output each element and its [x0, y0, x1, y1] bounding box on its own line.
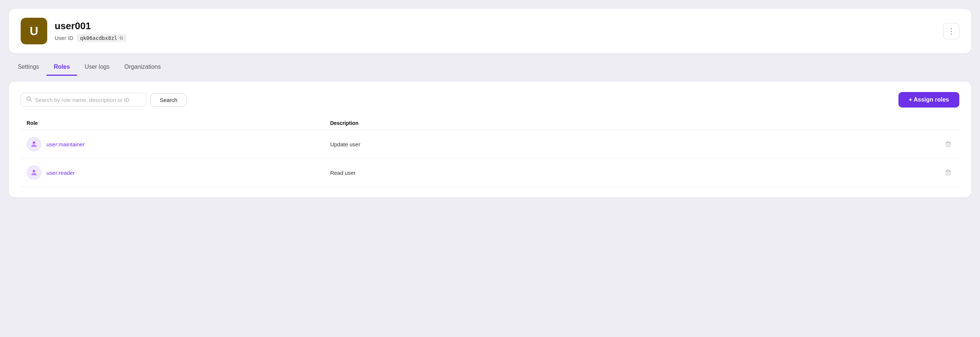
search-icon [26, 96, 32, 104]
user-card: U user001 User ID qk06acdbx8zl ⧉ ⋮ [9, 9, 971, 53]
column-description: Description [330, 120, 937, 126]
tab-roles[interactable]: Roles [46, 59, 78, 76]
role-avatar-reader [27, 165, 41, 180]
svg-point-4 [33, 142, 35, 144]
column-actions [937, 120, 959, 126]
tab-organizations[interactable]: Organizations [117, 59, 168, 76]
column-role: Role [27, 120, 330, 126]
search-left: Search [21, 93, 187, 107]
role-cell: user:maintainer [27, 137, 330, 152]
role-avatar-maintainer [27, 137, 41, 152]
role-name-reader[interactable]: user:reader [46, 169, 75, 176]
svg-line-1 [30, 100, 32, 102]
delete-role-reader-button[interactable] [937, 168, 959, 178]
search-button[interactable]: Search [151, 93, 187, 107]
role-cell: user:reader [27, 165, 330, 180]
user-details: user001 User ID qk06acdbx8zl ⧉ [55, 20, 127, 42]
tab-user-logs[interactable]: User logs [77, 59, 117, 76]
table-row: user:maintainer Update user [21, 130, 959, 158]
table-header: Role Description [21, 117, 959, 130]
role-name-maintainer[interactable]: user:maintainer [46, 141, 84, 147]
user-id-value: qk06acdbx8zl ⧉ [76, 34, 127, 42]
user-name: user001 [55, 20, 127, 32]
search-input[interactable] [35, 97, 141, 103]
more-options-button[interactable]: ⋮ [943, 23, 959, 39]
svg-rect-6 [946, 143, 950, 147]
svg-rect-12 [946, 171, 950, 175]
user-id-text: qk06acdbx8zl [80, 35, 117, 41]
tab-settings[interactable]: Settings [10, 59, 46, 76]
description-reader: Read user [330, 169, 937, 176]
search-bar: Search + Assign roles [21, 92, 959, 107]
user-id-label: User ID [55, 35, 73, 41]
search-input-wrapper [21, 93, 146, 107]
copy-icon[interactable]: ⧉ [119, 35, 123, 41]
user-id-row: User ID qk06acdbx8zl ⧉ [55, 34, 127, 42]
delete-role-maintainer-button[interactable] [937, 139, 959, 149]
assign-roles-button[interactable]: + Assign roles [899, 92, 959, 107]
table-row: user:reader Read user [21, 158, 959, 187]
main-panel: Search + Assign roles Role Description u… [9, 81, 971, 197]
avatar: U [21, 18, 47, 44]
description-maintainer: Update user [330, 141, 937, 147]
user-info-section: U user001 User ID qk06acdbx8zl ⧉ [21, 18, 127, 44]
svg-point-10 [33, 170, 35, 172]
tabs-nav: Settings Roles User logs Organizations [9, 59, 971, 76]
